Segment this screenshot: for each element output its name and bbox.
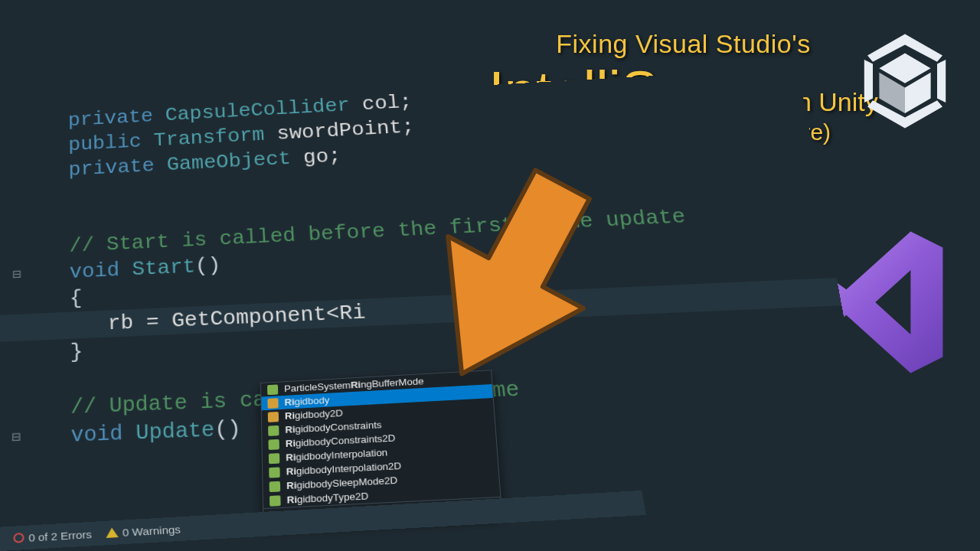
line-number: 14 [0,262,7,292]
fold-toggle-icon [8,123,28,124]
svg-marker-2 [937,60,946,103]
line-number: 11 [0,186,7,214]
enum-icon [267,384,278,395]
fold-toggle-icon [6,328,27,328]
svg-marker-3 [864,60,873,103]
enum-icon [269,467,280,478]
fold-toggle-icon [7,172,27,173]
intellisense-label: Rigidbody [284,395,329,408]
fold-toggle-icon [7,223,28,223]
errors-label: 0 of 2 Errors [28,528,92,543]
fold-toggle-icon [6,382,28,383]
warnings-label: 0 Warnings [122,523,181,538]
fold-toggle-icon [8,148,28,148]
enum-icon [268,439,279,449]
line-number: 13 [0,236,7,265]
fold-toggle-icon[interactable]: ⊟ [5,423,27,452]
code-text[interactable]: } [27,338,83,368]
fold-toggle-icon [6,301,27,302]
errors-chip[interactable]: 0 of 2 Errors [13,528,92,544]
enum-icon [268,425,279,435]
enum-icon [269,453,279,464]
line-number: 15 [0,289,6,318]
class-icon [267,398,278,409]
line-number: 10 [0,161,7,188]
warnings-chip[interactable]: 0 Warnings [105,523,181,539]
enum-icon [270,481,281,491]
enum-icon [270,495,281,506]
line-number: 19 [0,396,6,426]
intellisense-label: Rigidbody2D [285,407,343,421]
line-number: 16 [0,315,6,344]
unity-logo-icon [851,28,959,135]
line-number: 9 [0,136,8,164]
warning-icon [106,527,119,538]
line-number: 8 [0,112,8,139]
fold-toggle-icon[interactable]: ⊟ [6,261,27,288]
fold-toggle-icon [6,354,28,355]
line-number: 12 [0,211,7,240]
fold-toggle-icon [7,249,28,249]
line-number: 17 [0,341,6,371]
code-text[interactable]: { [28,285,83,314]
class-icon [268,411,279,422]
fold-toggle-icon [7,197,28,198]
line-number: 18 [0,369,6,399]
fold-toggle-icon [5,409,27,410]
error-icon [13,533,24,543]
